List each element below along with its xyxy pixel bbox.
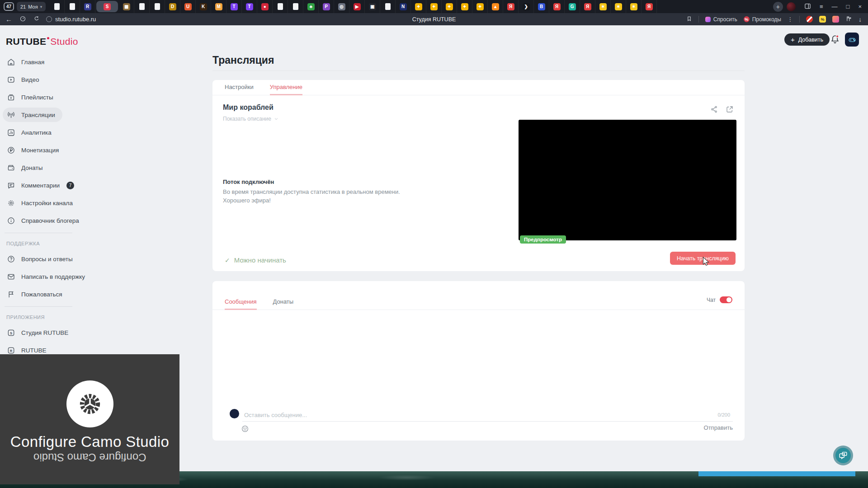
sidebar-item-channel-settings[interactable]: Настройки канала xyxy=(3,196,80,210)
tv-site-tab[interactable]: ▣ xyxy=(365,0,380,13)
share-icon[interactable] xyxy=(710,105,718,115)
show-description-toggle[interactable]: Показать описание xyxy=(223,116,278,122)
tab-favicon: D xyxy=(169,3,176,10)
comments-icon xyxy=(7,181,15,190)
tab-messages[interactable]: Сообщения xyxy=(225,298,257,310)
r-site-tab[interactable]: R xyxy=(80,0,95,13)
tab-favicon: ▦ xyxy=(123,3,130,10)
sidebar-item-studio-app[interactable]: SСтудия RUTUBE xyxy=(3,325,75,340)
sidebar-item-analytics[interactable]: Аналитика xyxy=(3,125,59,140)
yellow-site-tab[interactable]: ✦ xyxy=(457,0,472,13)
chat-message-input[interactable]: Оставить сообщение... xyxy=(244,412,307,418)
k-site-tab[interactable]: K xyxy=(196,0,211,13)
spark-site-tab[interactable]: ✶ xyxy=(626,0,642,13)
ask-button[interactable]: Спросить xyxy=(705,16,737,23)
sidebar-item-donations[interactable]: Донаты xyxy=(3,160,50,175)
yellow-site-tab[interactable]: ✦ xyxy=(411,0,426,13)
sidebar-item-home[interactable]: Главная xyxy=(3,55,52,69)
sidebar-item-report[interactable]: Пожаловаться xyxy=(3,287,70,301)
browser-dashboard-icon[interactable] xyxy=(19,15,26,23)
adblock-extension-icon[interactable] xyxy=(806,16,813,23)
page-tab[interactable] xyxy=(134,0,150,13)
notifications-bell-icon[interactable] xyxy=(830,34,840,44)
tab-settings[interactable]: Настройки xyxy=(225,84,254,95)
red-dot-tab[interactable]: ● xyxy=(257,0,273,13)
sidebar-item-faq[interactable]: Вопросы и ответы xyxy=(3,252,80,266)
sidebar-item-playlists[interactable]: Плейлисты xyxy=(3,90,61,104)
channel-avatar[interactable] xyxy=(845,33,859,47)
stream-preview-video xyxy=(519,120,736,240)
fire-site-tab[interactable]: ▲ xyxy=(488,0,503,13)
tab-group-button[interactable]: 21 Моя ▾ xyxy=(17,2,46,11)
extension-icon[interactable] xyxy=(832,16,839,23)
yandex-tab[interactable]: Я xyxy=(580,0,595,13)
d-site-tab[interactable]: D xyxy=(165,0,180,13)
m-site-tab[interactable]: M xyxy=(211,0,226,13)
spark-site-tab[interactable]: ✶ xyxy=(595,0,611,13)
open-external-icon[interactable] xyxy=(726,105,734,115)
close-button[interactable]: × xyxy=(858,3,862,10)
green-site-tab[interactable]: ♣ xyxy=(303,0,319,13)
page-tab[interactable] xyxy=(380,0,396,13)
gold-site-tab[interactable]: ▦ xyxy=(119,0,134,13)
yellow-site-tab[interactable]: ✦ xyxy=(472,0,488,13)
rutube-studio-tab[interactable]: S xyxy=(96,1,118,12)
sidebar-item-broadcasts[interactable]: Трансляции xyxy=(3,108,62,122)
globe-site-tab[interactable]: ◎ xyxy=(334,0,349,13)
promo-button[interactable]: % Промокоды xyxy=(744,16,781,23)
kebab-menu-icon[interactable]: ⋮ xyxy=(788,16,793,23)
yellow-site-tab[interactable]: ✦ xyxy=(442,0,457,13)
plus-icon: + xyxy=(791,36,795,43)
yandex-tab[interactable]: Я xyxy=(549,0,565,13)
u-site-tab[interactable]: U xyxy=(180,0,196,13)
emoji-icon[interactable] xyxy=(241,425,249,433)
twitch-tab[interactable]: T xyxy=(226,0,242,13)
side-panel-icon[interactable] xyxy=(804,3,811,11)
sidebar-item-video[interactable]: Видео xyxy=(3,72,46,87)
g-shield-tab[interactable]: G xyxy=(565,0,580,13)
browser-menu-icon[interactable]: ≡ xyxy=(820,3,823,10)
tab-donations[interactable]: Донаты xyxy=(273,298,294,310)
page-tab[interactable] xyxy=(150,0,165,13)
tab-favicon: ▲ xyxy=(492,3,499,10)
yandex-tab[interactable]: Я xyxy=(642,0,657,13)
tab-favicon: ✦ xyxy=(461,3,468,10)
b-shield-tab[interactable]: B xyxy=(534,0,549,13)
flags-extension-icon[interactable] xyxy=(845,15,852,23)
add-button[interactable]: + Добавить xyxy=(784,33,830,46)
n-site-tab[interactable]: N xyxy=(396,0,411,13)
page-tab[interactable] xyxy=(65,0,80,13)
new-tab-button[interactable]: + xyxy=(773,2,783,12)
sidebar-item-support[interactable]: Написать в поддержку xyxy=(3,269,92,284)
twitch-tab[interactable]: T xyxy=(242,0,257,13)
address-bar[interactable]: studio.rutube.ru xyxy=(46,16,96,23)
tab-control[interactable]: Управление xyxy=(270,84,302,95)
browser-profile-avatar[interactable] xyxy=(787,2,796,11)
minimize-button[interactable]: — xyxy=(832,3,838,10)
stream-status-line: Хорошего эфира! xyxy=(223,197,271,204)
tab-favicon: P xyxy=(323,3,330,10)
page-tab[interactable] xyxy=(49,0,65,13)
rutube-studio-logo[interactable]: RUTUBE Studio xyxy=(6,36,78,47)
back-button[interactable]: ← xyxy=(5,15,12,23)
page-tab[interactable] xyxy=(288,0,303,13)
restore-button[interactable]: □ xyxy=(846,3,850,10)
tab-counter-button[interactable]: 47 xyxy=(4,2,14,11)
download-icon[interactable]: ↓ xyxy=(859,16,862,23)
yandex-tab[interactable]: Я xyxy=(503,0,519,13)
arrow-site-tab[interactable]: ❯ xyxy=(519,0,534,13)
spark-site-tab[interactable]: ✶ xyxy=(611,0,626,13)
sidebar-item-comments[interactable]: Комментарии7 xyxy=(3,178,81,192)
support-chat-fab[interactable] xyxy=(833,446,853,465)
refresh-button[interactable] xyxy=(33,15,40,23)
chat-toggle[interactable] xyxy=(720,296,732,303)
video-site-tab[interactable]: ▶ xyxy=(349,0,365,13)
page-tab[interactable] xyxy=(273,0,288,13)
sidebar-item-blogger-guide[interactable]: Справочник блогера xyxy=(3,213,86,228)
cashback-extension-icon[interactable]: % xyxy=(819,16,826,23)
sidebar-item-monetization[interactable]: Монетизация xyxy=(3,143,66,157)
p-site-tab[interactable]: P xyxy=(319,0,334,13)
send-button[interactable]: Отправить xyxy=(704,424,733,431)
bookmark-icon[interactable] xyxy=(686,16,692,23)
yellow-site-tab[interactable]: ✦ xyxy=(426,0,442,13)
